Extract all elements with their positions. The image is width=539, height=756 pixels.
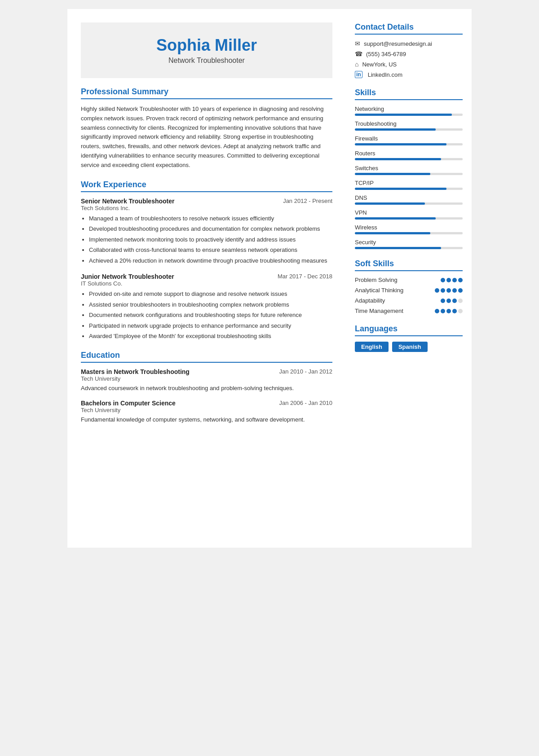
skill-wireless: Wireless (355, 224, 463, 234)
skill-security: Security (355, 239, 463, 249)
lang-english: English (355, 342, 389, 352)
edu-desc-2: Fundamental knowledge of computer system… (81, 415, 332, 424)
dot (441, 278, 445, 282)
edu-degree-2: Bachelors in Computer Science (81, 400, 176, 407)
job-bullets-1: Managed a team of troubleshooters to res… (81, 214, 332, 265)
dot (446, 299, 451, 303)
header-section: Sophia Miller Network Troubleshooter (81, 22, 332, 78)
dot (446, 309, 451, 313)
soft-skill-analytical: Analytical Thinking (355, 287, 463, 294)
soft-skills-section: Soft Skills Problem Solving Analytical T… (355, 259, 463, 314)
resume-container: Sophia Miller Network Troubleshooter Pro… (67, 9, 472, 548)
dot (452, 288, 457, 293)
dot (441, 309, 445, 313)
bullet-item: Awarded 'Employee of the Month' for exce… (89, 332, 332, 341)
phone-icon: ☎ (355, 50, 362, 57)
contact-linkedin: in LinkedIn.com (355, 71, 463, 78)
skill-routers: Routers (355, 150, 463, 160)
contact-location: ⌂ NewYork, US (355, 61, 463, 68)
job-header-2: Junior Network Troubleshooter Mar 2017 -… (81, 273, 332, 280)
dot (435, 288, 439, 293)
candidate-name: Sophia Miller (90, 36, 323, 55)
edu-school-1: Tech University (81, 375, 332, 382)
dot (458, 278, 463, 282)
edu-header-2: Bachelors in Computer Science Jan 2006 -… (81, 400, 332, 407)
contact-section: Contact Details ✉ support@resumedesign.a… (355, 22, 463, 78)
edu-header-1: Masters in Network Troubleshooting Jan 2… (81, 368, 332, 375)
language-badges: English Spanish (355, 342, 463, 352)
dot (441, 288, 445, 293)
skill-firewalls: Firewalls (355, 135, 463, 145)
bullet-item: Developed troubleshooting procedures and… (89, 224, 332, 233)
job-title-1: Senior Network Troubleshooter (81, 198, 174, 205)
soft-skill-adaptability: Adaptability (355, 297, 463, 304)
bullet-item: Collaborated with cross-functional teams… (89, 246, 332, 255)
bullet-item: Achieved a 20% reduction in network down… (89, 256, 332, 265)
phone-text: (555) 345-6789 (366, 51, 406, 57)
skills-title: Skills (355, 88, 463, 100)
linkedin-icon: in (355, 71, 362, 78)
right-column: Contact Details ✉ support@resumedesign.a… (346, 9, 472, 548)
dot (452, 278, 457, 282)
contact-phone: ☎ (555) 345-6789 (355, 50, 463, 57)
dot (441, 299, 445, 303)
languages-title: Languages (355, 324, 463, 336)
skill-vpn: VPN (355, 209, 463, 220)
education-title: Education (81, 351, 332, 363)
dot (458, 299, 463, 303)
edu-school-2: Tech University (81, 407, 332, 413)
bullet-item: Implemented network monitoring tools to … (89, 235, 332, 244)
soft-skill-problem-solving: Problem Solving (355, 277, 463, 283)
education-section: Education Masters in Network Troubleshoo… (81, 351, 332, 424)
lang-spanish: Spanish (392, 342, 428, 352)
bullet-item: Assisted senior troubleshooters in troub… (89, 300, 332, 309)
edu-entry-2: Bachelors in Computer Science Jan 2006 -… (81, 400, 332, 424)
summary-text: Highly skilled Network Troubleshooter wi… (81, 105, 332, 170)
soft-skills-title: Soft Skills (355, 259, 463, 271)
work-title: Work Experience (81, 180, 332, 192)
languages-section: Languages English Spanish (355, 324, 463, 352)
job-company-2: IT Solutions Co. (81, 280, 332, 287)
skills-section: Skills Networking Troubleshooting Firewa… (355, 88, 463, 249)
location-text: NewYork, US (362, 61, 397, 68)
summary-section: Professional Summary Highly skilled Netw… (81, 87, 332, 170)
job-date-1: Jan 2012 - Present (283, 198, 332, 204)
dot (458, 309, 463, 313)
dot (446, 278, 451, 282)
dot (452, 299, 457, 303)
bullet-item: Participated in network upgrade projects… (89, 321, 332, 330)
job-entry-1: Senior Network Troubleshooter Jan 2012 -… (81, 198, 332, 265)
skill-tcpip: TCP/IP (355, 180, 463, 190)
location-icon: ⌂ (355, 61, 358, 68)
candidate-title: Network Troubleshooter (90, 57, 323, 65)
edu-date-2: Jan 2006 - Jan 2010 (279, 400, 332, 406)
dot (458, 288, 463, 293)
skill-networking: Networking (355, 105, 463, 116)
job-bullets-2: Provided on-site and remote support to d… (81, 290, 332, 341)
email-text: support@resumedesign.ai (364, 40, 432, 47)
email-icon: ✉ (355, 40, 360, 47)
dot (452, 309, 457, 313)
contact-email: ✉ support@resumedesign.ai (355, 40, 463, 47)
bullet-item: Provided on-site and remote support to d… (89, 290, 332, 299)
job-header-1: Senior Network Troubleshooter Jan 2012 -… (81, 198, 332, 205)
skill-dns: DNS (355, 194, 463, 205)
job-entry-2: Junior Network Troubleshooter Mar 2017 -… (81, 273, 332, 341)
job-date-2: Mar 2017 - Dec 2018 (278, 273, 332, 280)
dot (446, 288, 451, 293)
soft-skill-time-management: Time Management (355, 308, 463, 314)
bullet-item: Documented network configurations and tr… (89, 311, 332, 320)
job-company-1: Tech Solutions Inc. (81, 205, 332, 211)
contact-title: Contact Details (355, 22, 463, 35)
job-title-2: Junior Network Troubleshooter (81, 273, 174, 280)
summary-title: Professional Summary (81, 87, 332, 99)
dot (435, 309, 439, 313)
skill-troubleshooting: Troubleshooting (355, 120, 463, 131)
edu-entry-1: Masters in Network Troubleshooting Jan 2… (81, 368, 332, 393)
work-experience-section: Work Experience Senior Network Troublesh… (81, 180, 332, 341)
skill-switches: Switches (355, 165, 463, 175)
edu-date-1: Jan 2010 - Jan 2012 (279, 368, 332, 375)
linkedin-text: LinkedIn.com (368, 71, 402, 78)
bullet-item: Managed a team of troubleshooters to res… (89, 214, 332, 223)
left-column: Sophia Miller Network Troubleshooter Pro… (67, 9, 346, 548)
